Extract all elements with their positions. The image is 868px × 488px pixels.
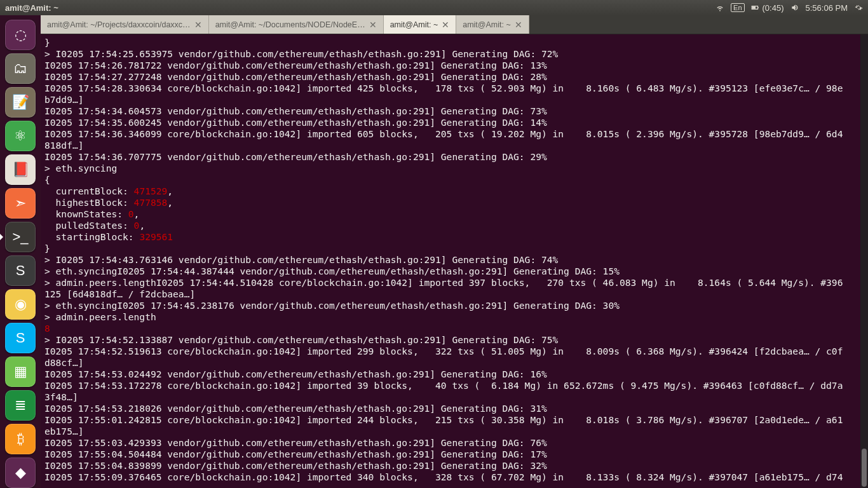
terminal-line: > admin.peers.length — [44, 311, 864, 323]
terminal-line: } — [44, 243, 864, 254]
sound-icon[interactable] — [790, 3, 799, 12]
terminal-line: I0205 17:54:27.277248 vendor/github.com/… — [44, 71, 864, 83]
terminal-line: I0205 17:55:09.376465 core/blockchain.go… — [44, 471, 864, 483]
sublime-icon: S — [5, 255, 36, 286]
clock[interactable]: 5:56:06 PM — [806, 3, 848, 13]
terminal-line: > I0205 17:54:52.133887 vendor/github.co… — [44, 334, 864, 346]
terminal-line: b7dd9…] — [44, 94, 864, 105]
tab-label: amit@Amit: ~/Documents/NODE/NodeE… — [215, 20, 365, 29]
wallet-icon: ◆ — [5, 458, 36, 488]
terminal-line: I0205 17:54:28.330634 core/blockchain.go… — [44, 83, 864, 94]
system-top-bar: amit@Amit: ~ En (0:45) 5:56:06 PM — [0, 0, 868, 15]
tab-label: amit@Amit: ~ — [463, 20, 511, 29]
system-indicators: En (0:45) 5:56:06 PM — [715, 3, 863, 13]
skype-icon: S — [5, 323, 36, 353]
terminal-line: pulledStates: 0, — [44, 220, 864, 231]
launcher-skype[interactable]: S — [4, 322, 37, 353]
close-icon[interactable]: ✕ — [442, 20, 449, 29]
terminal-line: knownStates: 0, — [44, 208, 864, 220]
atom-icon: ⚛ — [5, 121, 36, 151]
spreadsheet-icon: ▦ — [5, 356, 36, 387]
launcher-files[interactable]: 🗂 — [4, 53, 37, 84]
close-icon[interactable]: ✕ — [194, 20, 202, 29]
close-icon[interactable]: ✕ — [515, 20, 522, 29]
launcher-dash[interactable]: ◌ — [4, 19, 37, 50]
terminal-line: I0205 17:55:01.242815 core/blockchain.go… — [44, 414, 864, 426]
terminal-tabs: amit@Amit: ~/Projects/daxxcoin/daxxc…✕am… — [41, 15, 868, 34]
terminal-line: I0205 17:55:04.504484 vendor/github.com/… — [44, 449, 864, 460]
terminal-line: } — [44, 37, 864, 48]
terminal-line: > admin.peers.lengthI0205 17:54:44.51042… — [44, 277, 864, 288]
launcher-pdf-viewer[interactable]: 📕 — [4, 154, 37, 185]
launcher-text-editor[interactable]: 📝 — [4, 86, 37, 118]
launcher-spreadsheet[interactable]: ▦ — [4, 356, 37, 387]
terminal-line: currentBlock: 471529, — [44, 186, 864, 197]
launcher-chrome[interactable]: ◉ — [4, 288, 37, 320]
terminal-line: highestBlock: 477858, — [44, 197, 864, 208]
text-editor-icon: 📝 — [5, 87, 36, 118]
terminal-line: I0205 17:55:03.429393 vendor/github.com/… — [44, 437, 864, 449]
launcher-terminal[interactable]: >_ — [4, 221, 37, 252]
terminal-output[interactable]: }> I0205 17:54:25.653975 vendor/github.c… — [41, 34, 868, 488]
battery-text: (0:45) — [763, 3, 784, 13]
svg-rect-1 — [752, 6, 755, 9]
terminal-line: 3f48…] — [44, 391, 864, 403]
terminal-line: I0205 17:54:53.218026 vendor/github.com/… — [44, 403, 864, 414]
launcher-sublime[interactable]: S — [4, 255, 37, 286]
terminal-scrollbar[interactable] — [860, 34, 868, 488]
terminal-line: > I0205 17:54:43.763146 vendor/github.co… — [44, 254, 864, 266]
terminal-line: I0205 17:54:53.024492 vendor/github.com/… — [44, 369, 864, 380]
terminal-line: I0205 17:54:36.707775 vendor/github.com/… — [44, 151, 864, 163]
terminal-line: > eth.syncing — [44, 163, 864, 174]
wifi-icon[interactable] — [715, 3, 724, 12]
dash-icon: ◌ — [5, 20, 36, 50]
terminal-tab-3[interactable]: amit@Amit: ~✕ — [456, 15, 529, 34]
terminal-line: d88cf…] — [44, 357, 864, 369]
language-indicator[interactable]: En — [731, 3, 744, 12]
terminal-line: 8 — [44, 323, 864, 334]
pdf-viewer-icon: 📕 — [5, 154, 36, 185]
launcher-bitcoin[interactable]: ₿ — [4, 423, 37, 454]
terminal-line: { — [44, 174, 864, 186]
terminal-line: I0205 17:55:04.839899 vendor/github.com/… — [44, 460, 864, 471]
window-title: amit@Amit: ~ — [5, 3, 58, 13]
close-icon[interactable]: ✕ — [369, 20, 377, 29]
postman-icon: ➣ — [5, 188, 36, 219]
terminal-icon: >_ — [5, 222, 36, 252]
svg-rect-0 — [757, 7, 758, 8]
launcher-postman[interactable]: ➣ — [4, 187, 37, 219]
terminal-line: I0205 17:54:26.781722 vendor/github.com/… — [44, 60, 864, 71]
tab-label: amit@Amit: ~ — [390, 20, 438, 29]
terminal-line: > I0205 17:54:25.653975 vendor/github.co… — [44, 48, 864, 60]
terminal-line: > eth.syncingI0205 17:54:44.387444 vendo… — [44, 266, 864, 277]
terminal-line: I0205 17:54:36.346099 core/blockchain.go… — [44, 128, 864, 140]
terminal-line: 818df…] — [44, 140, 864, 151]
terminal-line: > eth.syncingI0205 17:54:45.238176 vendo… — [44, 300, 864, 311]
gear-icon[interactable] — [854, 3, 863, 12]
terminal-line: I0205 17:54:52.519613 core/blockchain.go… — [44, 346, 864, 357]
terminal-window: amit@Amit: ~/Projects/daxxcoin/daxxc…✕am… — [41, 15, 868, 488]
launcher-atom[interactable]: ⚛ — [4, 120, 37, 151]
battery-indicator[interactable]: (0:45) — [751, 3, 784, 13]
terminal-tab-0[interactable]: amit@Amit: ~/Projects/daxxcoin/daxxc…✕ — [41, 15, 209, 34]
terminal-line: eb175…] — [44, 426, 864, 437]
terminal-line: I0205 17:54:34.604573 vendor/github.com/… — [44, 105, 864, 117]
terminal-tab-2[interactable]: amit@Amit: ~✕ — [384, 15, 457, 34]
terminal-tab-1[interactable]: amit@Amit: ~/Documents/NODE/NodeE…✕ — [209, 15, 384, 34]
unity-launcher: ◌🗂📝⚛📕➣>_S◉S▦≣₿◆ — [0, 15, 41, 488]
terminal-line: I0205 17:54:35.600245 vendor/github.com/… — [44, 117, 864, 128]
scrollbar-thumb[interactable] — [862, 449, 867, 487]
libre-icon: ≣ — [5, 390, 36, 421]
files-icon: 🗂 — [5, 53, 36, 84]
launcher-wallet[interactable]: ◆ — [4, 457, 37, 488]
terminal-line: startingBlock: 329561 — [44, 231, 864, 243]
bitcoin-icon: ₿ — [5, 424, 36, 454]
terminal-line: I0205 17:54:53.172278 core/blockchain.go… — [44, 380, 864, 391]
launcher-libre[interactable]: ≣ — [4, 390, 37, 421]
chrome-icon: ◉ — [5, 289, 36, 320]
tab-label: amit@Amit: ~/Projects/daxxcoin/daxxc… — [47, 20, 191, 29]
terminal-line: 125 [6d4818df… / f2dcbaea…] — [44, 288, 864, 300]
